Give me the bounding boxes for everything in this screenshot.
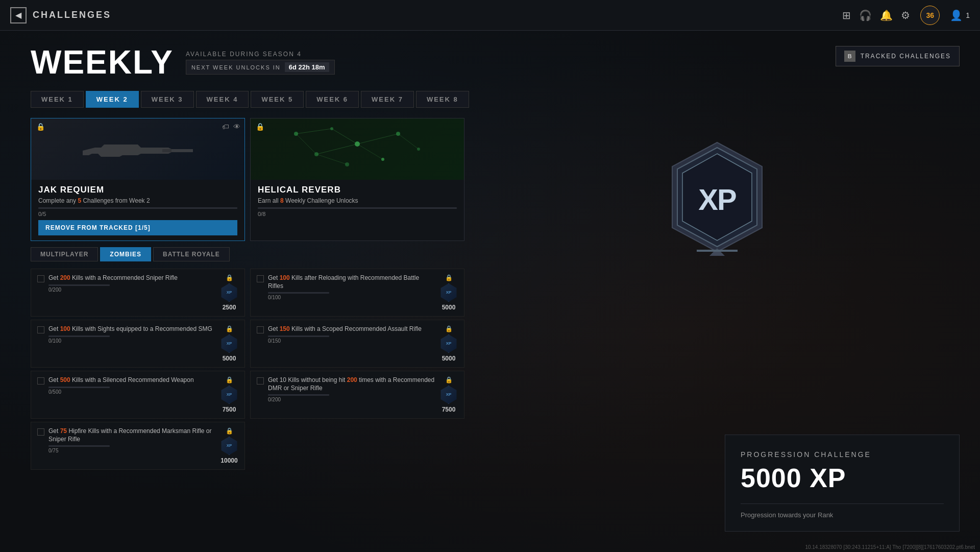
challenge-checkbox[interactable] <box>37 275 44 282</box>
list-item[interactable]: Get 150 Kills with a Scoped Recommended … <box>250 320 464 368</box>
challenge-card-helical-reverb[interactable]: 🔒 <box>250 118 464 241</box>
challenge-bar <box>48 387 110 388</box>
challenge-column-right: Get 100 Kills after Reloading with Recom… <box>250 269 464 473</box>
svg-line-16 <box>296 134 316 154</box>
xp-icon-small: XP <box>439 334 458 353</box>
challenge-info: Get 500 Kills with a Silenced Recommende… <box>48 376 216 395</box>
svg-line-11 <box>357 134 398 144</box>
challenge-text: Get 150 Kills with a Scoped Recommended … <box>268 325 435 333</box>
challenge-progress: 0/200 <box>48 287 216 293</box>
list-item[interactable]: Get 100 Kills after Reloading with Recom… <box>250 269 464 317</box>
xp-value: 36 <box>926 11 934 19</box>
list-item[interactable]: Get 500 Kills with a Silenced Recommende… <box>31 371 245 419</box>
left-panel: 🔒 🏷 👁 JAK REQUIEM Complete any 5 Challen… <box>31 118 464 473</box>
tracked-btn-icon: B <box>844 51 855 62</box>
tab-week8[interactable]: WEEK 8 <box>416 91 469 108</box>
tab-week3[interactable]: WEEK 3 <box>141 91 194 108</box>
tab-zombies[interactable]: ZOMBIES <box>100 247 151 261</box>
challenge-bar-wrap <box>268 394 435 396</box>
tab-week4[interactable]: WEEK 4 <box>196 91 249 108</box>
xp-amount: 5000 <box>442 355 456 362</box>
challenge-bar-wrap <box>48 335 216 337</box>
challenge-text: Get 100 Kills after Reloading with Recom… <box>268 274 435 290</box>
svg-rect-0 <box>162 149 172 152</box>
challenge-info: Get 100 Kills after Reloading with Recom… <box>268 274 435 300</box>
challenge-lock-icon: 🔒 <box>445 274 453 281</box>
svg-marker-21 <box>707 248 727 256</box>
challenge-bar <box>48 445 110 447</box>
challenge-info: Get 100 Kills with Sights equipped to a … <box>48 325 216 344</box>
challenge-checkbox[interactable] <box>257 275 264 282</box>
tab-week5[interactable]: WEEK 5 <box>251 91 304 108</box>
challenge-right: 🔒 XP 5000 <box>220 325 238 362</box>
page-header: WEEKLY AVAILABLE DURING SEASON 4 NEXT WE… <box>31 46 960 79</box>
tab-week6[interactable]: WEEK 6 <box>306 91 359 108</box>
list-item[interactable]: Get 75 Hipfire Kills with a Recommended … <box>31 422 245 470</box>
challenge-column-left: Get 200 Kills with a Recommended Sniper … <box>31 269 245 473</box>
challenge-checkbox[interactable] <box>257 377 264 385</box>
tab-multiplayer[interactable]: MULTIPLAYER <box>31 247 98 261</box>
top-nav: ◀ CHALLENGES ⊞ 🎧 🔔 ⚙ 36 👤 1 <box>0 0 980 31</box>
gear-icon[interactable]: ⚙ <box>901 9 910 21</box>
remove-tracked-button[interactable]: REMOVE FROM TRACKED [1/5] <box>38 220 237 235</box>
card-body-helical: HELICAL REVERB Earn all 8 Weekly Challen… <box>251 180 464 222</box>
status-bar: 10.14.18328070 [30:243.11215+11:A] Tho [… <box>800 542 980 552</box>
list-item[interactable]: Get 200 Kills with a Recommended Sniper … <box>31 269 245 317</box>
card-desc-jak: Complete any 5 Challenges from Week 2 <box>38 197 237 204</box>
challenge-bar <box>268 394 329 396</box>
challenge-progress: 0/150 <box>268 338 435 344</box>
xp-icon-small: XP <box>220 334 238 353</box>
challenge-bar <box>48 284 110 286</box>
challenge-bar-wrap <box>48 445 216 447</box>
list-item[interactable]: Get 100 Kills with Sights equipped to a … <box>31 320 245 368</box>
challenge-checkbox[interactable] <box>37 326 44 333</box>
network-svg <box>251 118 464 180</box>
challenge-right: 🔒 XP 5000 <box>439 274 458 311</box>
card-eye-icon: 👁 <box>233 123 240 131</box>
xp-hex-svg: XP <box>666 138 768 256</box>
card-progress-text-jak: 0/5 <box>38 211 237 217</box>
tab-week1[interactable]: WEEK 1 <box>31 91 84 108</box>
tab-week7[interactable]: WEEK 7 <box>361 91 414 108</box>
xp-emblem: XP <box>666 138 768 256</box>
nav-icons: ⊞ 🎧 🔔 ⚙ <box>842 9 910 21</box>
tracked-challenges-button[interactable]: B TRACKED CHALLENGES <box>836 46 960 66</box>
challenge-lock-icon: 🔒 <box>445 376 453 383</box>
challenge-text: Get 200 Kills with a Recommended Sniper … <box>48 274 216 282</box>
tab-battle-royale[interactable]: BATTLE ROYALE <box>153 247 230 261</box>
challenge-checkbox[interactable] <box>37 377 44 385</box>
back-button[interactable]: ◀ CHALLENGES <box>10 7 111 23</box>
challenge-right: 🔒 XP 10000 <box>220 427 238 464</box>
xp-amount: 10000 <box>220 457 237 464</box>
challenge-lock-icon: 🔒 <box>226 325 233 332</box>
challenge-text: Get 100 Kills with Sights equipped to a … <box>48 325 216 333</box>
tab-week2[interactable]: WEEK 2 <box>86 91 139 108</box>
challenge-checkbox[interactable] <box>257 326 264 333</box>
grid-icon[interactable]: ⊞ <box>842 9 851 21</box>
card-name-helical: HELICAL REVERB <box>258 185 457 195</box>
challenge-info: Get 200 Kills with a Recommended Sniper … <box>48 274 216 293</box>
challenge-bar-wrap <box>48 387 216 388</box>
nav-right: ⊞ 🎧 🔔 ⚙ 36 👤 1 <box>842 6 970 25</box>
headset-icon[interactable]: 🎧 <box>859 9 872 21</box>
challenge-card-jak-requiem[interactable]: 🔒 🏷 👁 JAK REQUIEM Complete any 5 Challen… <box>31 118 245 241</box>
challenge-progress: 0/200 <box>268 397 435 402</box>
unlock-timer: NEXT WEEK UNLOCKS IN 6d 22h 18m <box>186 60 335 75</box>
challenge-lock-icon: 🔒 <box>226 274 233 281</box>
xp-counter[interactable]: 36 <box>920 6 940 25</box>
challenge-info: Get 75 Hipfire Kills with a Recommended … <box>48 427 216 453</box>
back-arrow-icon: ◀ <box>10 7 27 23</box>
challenge-checkbox[interactable] <box>37 428 44 436</box>
card-desc-helical: Earn all 8 Weekly Challenge Unlocks <box>258 197 457 204</box>
svg-line-14 <box>357 144 383 159</box>
unlock-label: NEXT WEEK UNLOCKS IN <box>191 64 281 70</box>
list-item[interactable]: Get 10 Kills without being hit 200 times… <box>250 371 464 419</box>
challenge-progress: 0/500 <box>48 389 216 395</box>
bell-icon[interactable]: 🔔 <box>880 9 893 21</box>
svg-line-9 <box>296 129 332 134</box>
challenge-right: 🔒 XP 7500 <box>439 376 458 413</box>
challenge-list: Get 200 Kills with a Recommended Sniper … <box>31 269 464 473</box>
card-progress-bar-jak <box>38 207 237 209</box>
cards-area: 🔒 🏷 👁 JAK REQUIEM Complete any 5 Challen… <box>31 118 960 473</box>
unlock-time: 6d 22h 18m <box>285 62 329 72</box>
